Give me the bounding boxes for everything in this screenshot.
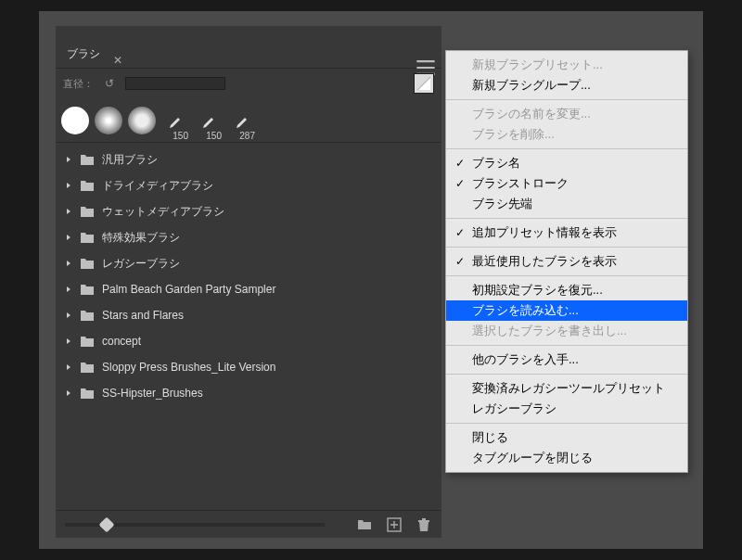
reset-icon[interactable]: ↺	[101, 77, 118, 90]
menu-item-label: ブラシ名	[472, 155, 520, 172]
slider-thumb-icon[interactable]	[99, 516, 115, 532]
panel-bottom-bar	[56, 510, 441, 538]
folder-label: 汎用ブラシ	[102, 152, 158, 168]
folder-icon	[80, 335, 95, 348]
menu-separator	[446, 423, 687, 424]
folder-label: Stars and Flares	[102, 309, 184, 322]
menu-separator	[446, 99, 687, 100]
folder-icon	[80, 283, 95, 296]
menu-item[interactable]: 追加プリセット情報を表示	[446, 223, 687, 243]
brush-size-label: 287	[239, 131, 255, 141]
menu-item-label: ブラシを読み込む...	[472, 302, 579, 319]
menu-item[interactable]: ブラシ名	[446, 153, 687, 173]
menu-item-label: 最近使用したブラシを表示	[472, 253, 617, 270]
chevron-right-icon	[65, 260, 72, 267]
menu-item[interactable]: タブグループを閉じる	[446, 448, 687, 468]
thumbnail-zoom-slider[interactable]	[65, 523, 325, 527]
menu-separator	[446, 148, 687, 149]
brush-size-label: 150	[206, 131, 222, 141]
menu-separator	[446, 218, 687, 219]
menu-item[interactable]: ブラシストローク	[446, 173, 687, 194]
chevron-right-icon	[65, 182, 72, 189]
menu-item-label: 初期設定ブラシを復元...	[472, 282, 603, 299]
menu-item[interactable]: 最近使用したブラシを表示	[446, 251, 687, 272]
menu-item[interactable]: ブラシ先端	[446, 194, 687, 214]
new-item-icon[interactable]	[386, 516, 403, 533]
folder-label: レガシーブラシ	[102, 256, 180, 272]
brush-folder-row[interactable]: 汎用ブラシ	[56, 146, 441, 172]
folder-label: SS-Hipster_Brushes	[102, 387, 203, 400]
menu-item-label: 変換済みレガシーツールプリセット	[472, 380, 665, 397]
folder-icon	[80, 231, 95, 244]
folder-label: ウェットメディアブラシ	[102, 204, 224, 220]
menu-item[interactable]: 初期設定ブラシを復元...	[446, 280, 687, 300]
folder-icon	[80, 205, 95, 218]
menu-item[interactable]: レガシーブラシ	[446, 399, 687, 419]
folder-label: ドライメディアブラシ	[102, 178, 213, 194]
recent-brush-thumb[interactable]	[93, 101, 124, 140]
brush-folder-row[interactable]: 特殊効果ブラシ	[56, 224, 441, 250]
brush-folder-row[interactable]: レガシーブラシ	[56, 250, 441, 276]
tab-brushes[interactable]: ブラシ	[56, 41, 111, 68]
folder-label: Palm Beach Garden Party Sampler	[102, 283, 275, 296]
menu-separator	[446, 374, 687, 375]
folder-icon	[80, 387, 95, 400]
folder-label: 特殊効果ブラシ	[102, 230, 180, 246]
chevron-right-icon	[65, 208, 72, 215]
recent-brushes-row: 150150287	[56, 98, 441, 143]
brush-preview-icon	[95, 107, 122, 134]
menu-item: ブラシの名前を変更...	[446, 104, 687, 124]
folder-open-icon[interactable]	[356, 516, 373, 533]
brush-size-label: 150	[173, 131, 188, 141]
chevron-right-icon	[65, 389, 72, 397]
folder-icon	[80, 153, 95, 166]
brush-preview-icon	[61, 107, 89, 134]
folder-label: concept	[102, 335, 141, 348]
brush-folder-row[interactable]: ウェットメディアブラシ	[56, 198, 441, 224]
menu-item: ブラシを削除...	[446, 124, 687, 145]
menu-separator	[446, 275, 687, 276]
panel-context-menu: 新規ブラシプリセット...新規ブラシグループ...ブラシの名前を変更...ブラシ…	[445, 50, 688, 473]
recent-brush-thumb[interactable]	[126, 101, 158, 140]
menu-item[interactable]: 変換済みレガシーツールプリセット	[446, 378, 687, 399]
chevron-right-icon	[65, 363, 72, 371]
menu-item-label: 追加プリセット情報を表示	[472, 224, 617, 241]
brush-folder-row[interactable]: ドライメディアブラシ	[56, 172, 441, 198]
recent-brush-thumb[interactable]: 287	[226, 101, 258, 140]
brush-folder-row[interactable]: concept	[56, 328, 441, 354]
folder-icon	[80, 361, 95, 374]
folder-icon	[80, 257, 95, 270]
pressure-toggle-icon[interactable]	[414, 73, 434, 94]
close-icon[interactable]: ✕	[113, 54, 122, 67]
size-label: 直径：	[63, 77, 94, 91]
recent-brush-thumb[interactable]	[59, 101, 91, 140]
brush-folder-row[interactable]: Sloppy Press Brushes_Lite Version	[56, 354, 441, 380]
menu-item[interactable]: 他のブラシを入手...	[446, 350, 687, 370]
menu-item-label: 新規ブラシグループ...	[472, 77, 591, 94]
menu-item-label: 閉じる	[472, 429, 508, 446]
recent-brush-thumb[interactable]: 150	[160, 101, 191, 140]
menu-separator	[446, 247, 687, 248]
brush-size-row: 直径： ↺	[56, 69, 441, 98]
folder-label: Sloppy Press Brushes_Lite Version	[102, 361, 275, 374]
size-slider[interactable]	[125, 77, 225, 90]
menu-item-label: 選択したブラシを書き出し...	[472, 323, 627, 339]
recent-brush-thumb[interactable]: 150	[193, 101, 224, 140]
brush-preview-icon	[128, 107, 156, 134]
brush-folder-row[interactable]: Palm Beach Garden Party Sampler	[56, 276, 441, 302]
trash-icon[interactable]	[416, 516, 432, 533]
brush-folder-list: 汎用ブラシドライメディアブラシウェットメディアブラシ特殊効果ブラシレガシーブラシ…	[56, 143, 441, 510]
chevron-right-icon	[65, 156, 72, 163]
chevron-right-icon	[65, 286, 72, 293]
menu-item-label: ブラシ先端	[472, 196, 532, 212]
chevron-right-icon	[65, 234, 72, 241]
menu-item[interactable]: ブラシを読み込む...	[446, 300, 687, 321]
menu-item-label: 他のブラシを入手...	[472, 351, 579, 368]
menu-item: 新規ブラシプリセット...	[446, 55, 687, 75]
menu-item[interactable]: 閉じる	[446, 427, 687, 448]
menu-item[interactable]: 新規ブラシグループ...	[446, 75, 687, 95]
menu-item-label: ブラシストローク	[472, 175, 569, 192]
brush-folder-row[interactable]: Stars and Flares	[56, 302, 441, 328]
menu-item-label: ブラシを削除...	[472, 126, 555, 143]
brush-folder-row[interactable]: SS-Hipster_Brushes	[56, 380, 441, 406]
